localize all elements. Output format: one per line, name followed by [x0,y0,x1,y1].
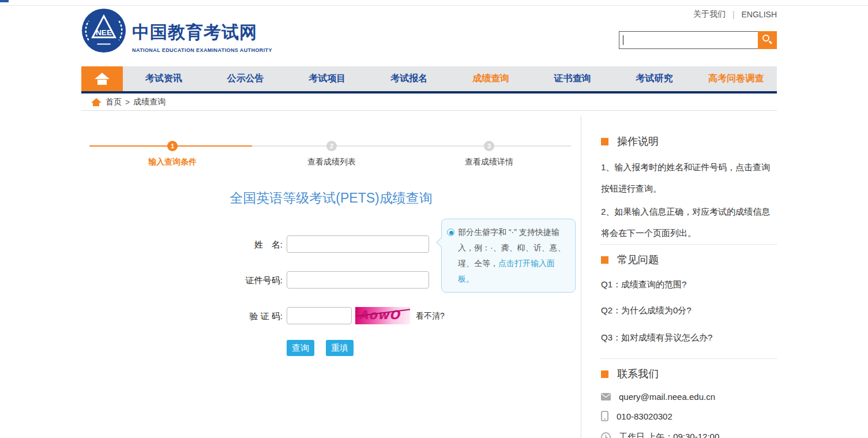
step-1-label: 输入查询条件 [132,157,213,167]
search-bar [619,31,777,49]
page: NEE 中国教育考试网 NATIONAL EDUCATION EXAMINATI… [0,0,868,438]
name-label: 姓 名: [213,239,283,250]
faq-item-q3[interactable]: Q3：如对成绩有异议怎么办? [601,332,712,343]
tooltip-arrow [437,238,446,248]
step-2-label: 查看成绩列表 [291,157,372,167]
contact-hours-row: 工作日 上午：09:30-12:00 [601,432,719,438]
contact-email: query@mail.neea.edu.cn [619,392,715,402]
page-title: 全国英语等级考试(PETS)成绩查询 [81,189,581,207]
nav-items: 考试资讯 公示公告 考试项目 考试报名 成绩查询 证书查询 考试研究 高考问卷调… [123,66,777,91]
bullet-icon [601,138,608,145]
faq-header: 常见问题 [601,253,659,267]
step-1-circle: 1 [167,141,178,151]
nav-item-exam-registration[interactable]: 考试报名 [368,66,450,91]
instructions-header: 操作说明 [601,134,659,148]
contact-phone: 010-83020302 [617,411,672,421]
english-link[interactable]: ENGLISH [742,10,777,19]
name-input[interactable] [287,235,429,253]
step-3-label: 查看成绩详情 [449,157,529,167]
instructions-title: 操作说明 [617,134,659,148]
sidebar: 操作说明 1、输入报考时的姓名和证件号码，点击查询按钮进行查询。 2、如果输入信… [600,111,777,438]
main-content: 1 2 3 输入查询条件 查看成绩列表 查看成绩详情 全国英语等级考试(PETS… [81,111,581,438]
nav-item-public-notice[interactable]: 公示公告 [205,66,287,91]
search-button[interactable] [758,31,777,49]
sidebar-divider [600,244,777,245]
captcha-label: 验 证 码: [213,311,283,322]
contact-header: 联系我们 [601,367,659,381]
nav-item-certificate-query[interactable]: 证书查询 [532,66,614,91]
step-2-circle: 2 [326,141,337,151]
captcha-input[interactable] [287,307,352,324]
link-separator: | [732,10,735,19]
breadcrumb: 首页 > 成绩查询 [81,93,777,111]
about-us-link[interactable]: 关于我们 [693,9,726,20]
site-brand: 中国教育考试网 NATIONAL EDUCATION EXAMINATIONS … [132,21,272,53]
reset-button[interactable]: 重填 [326,340,354,356]
header-links: 关于我们 | ENGLISH [693,9,777,20]
faq-item-q1[interactable]: Q1：成绩查询的范围? [601,279,686,290]
bullet-icon [601,370,608,378]
contact-hours: 工作日 上午：09:30-12:00 [619,432,719,438]
search-icon [762,35,769,42]
site-logo[interactable]: NEE [81,8,126,53]
top-divider [0,5,868,6]
site-subtitle: NATIONAL EDUCATION EXAMINATIONS AUTHORIT… [132,47,272,53]
step-3-circle: 3 [484,141,494,151]
radio-icon [447,229,454,236]
nav-home-button[interactable] [81,66,123,91]
contact-email-row: query@mail.neea.edu.cn [601,392,715,402]
email-icon [601,393,611,400]
content-divider [581,115,581,438]
bullet-icon [601,256,608,264]
captcha-image[interactable]: AowO [355,307,410,324]
main-nav: 考试资讯 公示公告 考试项目 考试报名 成绩查询 证书查询 考试研究 高考问卷调… [81,66,777,91]
neea-emblem-icon: NEE [81,8,126,53]
clock-icon [601,432,611,438]
text-cursor [623,35,623,45]
phone-icon [601,411,608,421]
id-number-label: 证件号码: [213,275,283,286]
instruction-item: 2、如果输入信息正确，对应考试的成绩信息将会在下一个页面列出。 [601,201,776,244]
sidebar-divider [600,358,777,359]
faq-item-q2[interactable]: Q2：为什么成绩为0分? [601,305,692,316]
home-icon [95,73,109,85]
contact-title: 联系我们 [617,367,659,381]
query-button[interactable]: 查询 [287,340,314,356]
search-input[interactable] [619,31,758,49]
site-title: 中国教育考试网 [132,21,272,44]
nav-item-gaokao-survey[interactable]: 高考问卷调查 [695,66,777,91]
captcha-refresh-link[interactable]: 看不清? [416,311,445,321]
top-left-decoration [0,0,9,2]
instruction-item: 1、输入报考时的姓名和证件号码，点击查询按钮进行查询。 [601,156,776,199]
nav-item-score-query[interactable]: 成绩查询 [450,66,532,91]
svg-text:NEE: NEE [96,28,112,37]
nav-item-exam-news[interactable]: 考试资讯 [123,66,205,91]
nav-item-exam-programs[interactable]: 考试项目 [287,66,369,91]
breadcrumb-home-icon [91,98,101,106]
breadcrumb-separator: > [125,98,130,107]
faq-title: 常见问题 [617,253,659,267]
nav-item-exam-research[interactable]: 考试研究 [614,66,696,91]
breadcrumb-home[interactable]: 首页 [106,97,122,107]
contact-phone-row: 010-83020302 [601,411,672,421]
rare-character-tooltip: 部分生僻字和 “·” 支持快捷输入，例：·、龚、枊、䜣、惪、瑆、仝等，点击打开输… [441,219,576,293]
id-number-input[interactable] [287,271,429,289]
breadcrumb-current: 成绩查询 [133,97,166,107]
